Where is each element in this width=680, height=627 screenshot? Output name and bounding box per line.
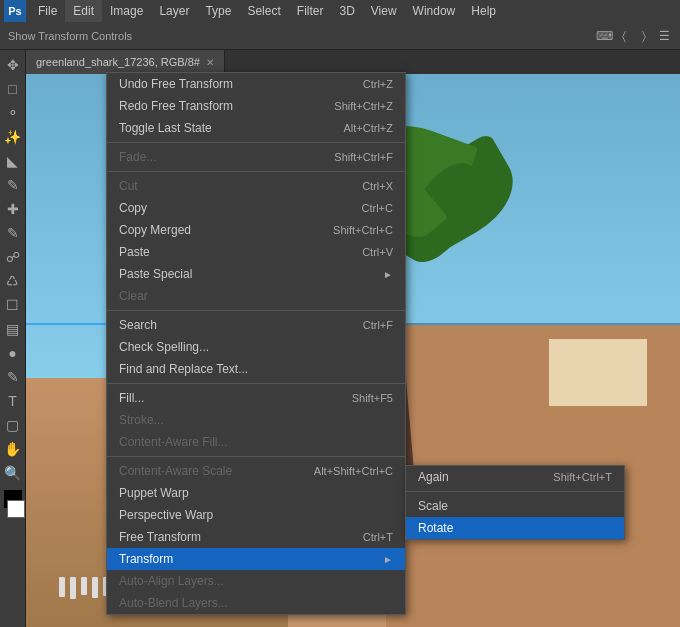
menu-find-replace[interactable]: Find and Replace Text... (107, 358, 405, 380)
menu-paste-special-label: Paste Special (119, 267, 192, 281)
align-icon-2[interactable]: 〈 (616, 28, 632, 44)
align-icon-1[interactable]: ⌨ (596, 28, 612, 44)
menu-auto-blend-label: Auto-Blend Layers... (119, 596, 228, 610)
menu-window[interactable]: Window (405, 0, 464, 22)
menu-find-replace-label: Find and Replace Text... (119, 362, 248, 376)
tool-zoom[interactable]: 🔍 (2, 462, 24, 484)
tool-dodge[interactable]: ● (2, 342, 24, 364)
menu-type[interactable]: Type (197, 0, 239, 22)
transform-controls-label: Show Transform Controls (8, 30, 132, 42)
tool-brush[interactable]: ✎ (2, 222, 24, 244)
menu-perspective-warp[interactable]: Perspective Warp (107, 504, 405, 526)
menu-transform[interactable]: Transform ► (107, 548, 405, 570)
submenu-again-label: Again (418, 470, 449, 484)
menu-content-aware-scale: Content-Aware Scale Alt+Shift+Ctrl+C (107, 460, 405, 482)
menu-stroke: Stroke... (107, 409, 405, 431)
menu-toggle-state-shortcut: Alt+Ctrl+Z (343, 122, 393, 134)
tool-crop[interactable]: ◣ (2, 150, 24, 172)
tool-bg-color[interactable] (7, 500, 25, 518)
menu-search[interactable]: Search Ctrl+F (107, 314, 405, 336)
menu-copy-merged-shortcut: Shift+Ctrl+C (333, 224, 393, 236)
sep-1 (107, 142, 405, 143)
sep-4 (107, 383, 405, 384)
menu-search-label: Search (119, 318, 157, 332)
canvas-tab[interactable]: greenland_shark_17236, RGB/8# ✕ (26, 50, 225, 74)
submenu-rotate[interactable]: Rotate (406, 517, 624, 539)
window-area (549, 339, 647, 405)
menu-clear-label: Clear (119, 289, 148, 303)
menu-redo[interactable]: Redo Free Transform Shift+Ctrl+Z (107, 95, 405, 117)
menu-toggle-state[interactable]: Toggle Last State Alt+Ctrl+Z (107, 117, 405, 139)
tool-hand[interactable]: ✋ (2, 438, 24, 460)
menu-free-transform-label: Free Transform (119, 530, 201, 544)
menu-copy-merged[interactable]: Copy Merged Shift+Ctrl+C (107, 219, 405, 241)
menu-fill-shortcut: Shift+F5 (352, 392, 393, 404)
tool-eraser[interactable]: ☐ (2, 294, 24, 316)
submenu-scale[interactable]: Scale (406, 495, 624, 517)
tool-gradient[interactable]: ▤ (2, 318, 24, 340)
sep-3 (107, 310, 405, 311)
app-logo: Ps (4, 0, 26, 22)
tool-eyedropper[interactable]: ✎ (2, 174, 24, 196)
menu-cut-label: Cut (119, 179, 138, 193)
menu-copy[interactable]: Copy Ctrl+C (107, 197, 405, 219)
menu-cut: Cut Ctrl+X (107, 175, 405, 197)
menu-fill-label: Fill... (119, 391, 144, 405)
menu-edit[interactable]: Edit (65, 0, 102, 22)
menu-redo-label: Redo Free Transform (119, 99, 233, 113)
menu-bar: Ps File Edit Image Layer Type Select Fil… (0, 0, 680, 22)
tool-history[interactable]: ♺ (2, 270, 24, 292)
menu-check-spelling-label: Check Spelling... (119, 340, 209, 354)
tool-clone[interactable]: ☍ (2, 246, 24, 268)
menu-paste-special[interactable]: Paste Special ► (107, 263, 405, 285)
menu-view[interactable]: View (363, 0, 405, 22)
menu-cut-shortcut: Ctrl+X (362, 180, 393, 192)
menu-image[interactable]: Image (102, 0, 151, 22)
tool-move[interactable]: ✥ (2, 54, 24, 76)
tool-shape[interactable]: ▢ (2, 414, 24, 436)
menu-transform-arrow: ► (383, 554, 393, 565)
menu-fade: Fade... Shift+Ctrl+F (107, 146, 405, 168)
menu-clear: Clear (107, 285, 405, 307)
menu-copy-label: Copy (119, 201, 147, 215)
umbrellas (59, 577, 109, 599)
menu-select[interactable]: Select (239, 0, 288, 22)
canvas-tab-bar: greenland_shark_17236, RGB/8# ✕ (26, 50, 680, 74)
menu-redo-shortcut: Shift+Ctrl+Z (334, 100, 393, 112)
menu-auto-align: Auto-Align Layers... (107, 570, 405, 592)
menu-content-aware-fill-label: Content-Aware Fill... (119, 435, 228, 449)
menu-fade-shortcut: Shift+Ctrl+F (334, 151, 393, 163)
tool-select-rect[interactable]: □ (2, 78, 24, 100)
tool-pen[interactable]: ✎ (2, 366, 24, 388)
menu-filter[interactable]: Filter (289, 0, 332, 22)
menu-content-aware-scale-shortcut: Alt+Shift+Ctrl+C (314, 465, 393, 477)
tool-healing[interactable]: ✚ (2, 198, 24, 220)
menu-icon[interactable]: ☰ (656, 28, 672, 44)
submenu-rotate-label: Rotate (418, 521, 453, 535)
menu-perspective-warp-label: Perspective Warp (119, 508, 213, 522)
menu-stroke-label: Stroke... (119, 413, 164, 427)
menu-check-spelling[interactable]: Check Spelling... (107, 336, 405, 358)
submenu-again[interactable]: Again Shift+Ctrl+T (406, 466, 624, 488)
menu-3d[interactable]: 3D (331, 0, 362, 22)
menu-file[interactable]: File (30, 0, 65, 22)
menu-paste[interactable]: Paste Ctrl+V (107, 241, 405, 263)
sep-2 (107, 171, 405, 172)
menu-help[interactable]: Help (463, 0, 504, 22)
menu-layer[interactable]: Layer (151, 0, 197, 22)
tool-lasso[interactable]: ⚬ (2, 102, 24, 124)
menu-undo-label: Undo Free Transform (119, 77, 233, 91)
menu-paste-label: Paste (119, 245, 150, 259)
align-icon-3[interactable]: 〉 (636, 28, 652, 44)
canvas-area: greenland_shark_17236, RGB/8# ✕ (26, 50, 680, 627)
canvas-close-btn[interactable]: ✕ (206, 57, 214, 68)
menu-puppet-warp[interactable]: Puppet Warp (107, 482, 405, 504)
menu-puppet-warp-label: Puppet Warp (119, 486, 189, 500)
left-toolbar: ✥ □ ⚬ ✨ ◣ ✎ ✚ ✎ ☍ ♺ ☐ ▤ ● ✎ T ▢ ✋ 🔍 (0, 50, 26, 627)
menu-undo[interactable]: Undo Free Transform Ctrl+Z (107, 73, 405, 95)
tool-magic-wand[interactable]: ✨ (2, 126, 24, 148)
menu-free-transform[interactable]: Free Transform Ctrl+T (107, 526, 405, 548)
submenu-again-shortcut: Shift+Ctrl+T (553, 471, 612, 483)
tool-type[interactable]: T (2, 390, 24, 412)
menu-fill[interactable]: Fill... Shift+F5 (107, 387, 405, 409)
